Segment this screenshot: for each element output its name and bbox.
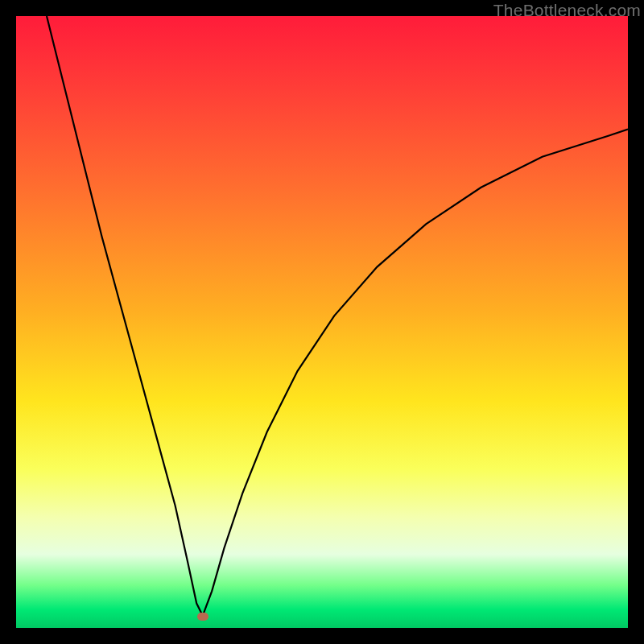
watermark-text: TheBottleneck.com — [493, 1, 641, 20]
curve-path — [47, 16, 628, 616]
bottleneck-curve — [16, 16, 628, 628]
optimal-point-marker — [197, 613, 208, 621]
plot-area — [16, 16, 628, 628]
chart-frame: TheBottleneck.com — [0, 0, 644, 644]
